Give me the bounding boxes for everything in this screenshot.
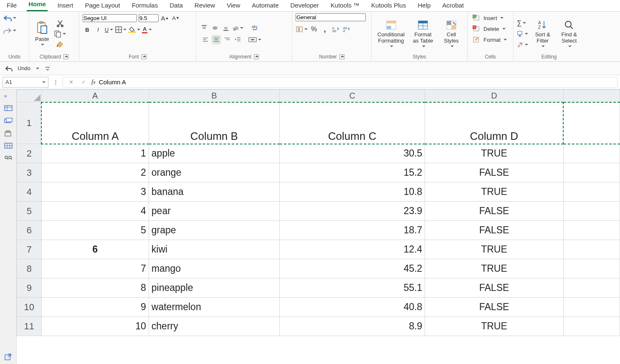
cell-1-D[interactable]: Column D: [425, 102, 563, 144]
row-header-9[interactable]: 9: [17, 278, 42, 298]
col-header-C[interactable]: C: [279, 90, 425, 102]
cell-4-C[interactable]: 10.8: [279, 182, 425, 202]
cell-9-A[interactable]: 8: [41, 278, 149, 298]
cell-11-next[interactable]: [563, 317, 620, 336]
cell-8-D[interactable]: TRUE: [425, 259, 563, 278]
tab-page-layout[interactable]: Page Layout: [83, 1, 121, 11]
cell-8-next[interactable]: [563, 259, 620, 278]
format-cells-button[interactable]: Format: [471, 35, 509, 44]
cell-7-A[interactable]: 6: [41, 240, 149, 259]
align-middle-button[interactable]: [210, 23, 220, 33]
fx-icon[interactable]: fx: [91, 78, 96, 86]
side-icon-1[interactable]: [4, 105, 13, 112]
cell-3-D[interactable]: FALSE: [425, 163, 563, 182]
cell-6-A[interactable]: 5: [41, 221, 149, 240]
borders-button[interactable]: [115, 25, 127, 34]
autosum-button[interactable]: ∑: [517, 18, 526, 28]
font-size-combo[interactable]: [139, 14, 159, 22]
bold-button[interactable]: B: [83, 25, 92, 34]
row-header-10[interactable]: 10: [17, 298, 42, 317]
tab-help[interactable]: Help: [416, 1, 432, 11]
sort-filter-button[interactable]: AZ Sort & Filter: [531, 19, 555, 49]
cell-1-C[interactable]: Column C: [279, 102, 425, 144]
cell-5-D[interactable]: FALSE: [425, 202, 563, 221]
cell-1-B[interactable]: Column B: [149, 102, 279, 144]
format-painter-button[interactable]: [56, 40, 65, 49]
decrease-font-button[interactable]: A▼: [171, 13, 180, 23]
tab-home[interactable]: Home: [27, 0, 48, 11]
cell-1-next[interactable]: [563, 102, 620, 144]
col-header-D[interactable]: D: [425, 90, 563, 102]
cell-11-D[interactable]: TRUE: [425, 317, 563, 336]
row-header-3[interactable]: 3: [17, 163, 42, 182]
cell-6-D[interactable]: FALSE: [425, 221, 563, 240]
cell-7-B[interactable]: kiwi: [149, 240, 279, 259]
align-center-button[interactable]: [212, 35, 221, 44]
cell-8-C[interactable]: 45.2: [279, 259, 425, 278]
formula-input[interactable]: [99, 78, 614, 86]
tab-formulas[interactable]: Formulas: [130, 1, 160, 11]
enter-formula-button[interactable]: ✓: [79, 78, 88, 87]
font-color-button[interactable]: A: [142, 25, 152, 34]
orientation-button[interactable]: ab: [232, 23, 243, 33]
align-left-button[interactable]: [201, 35, 210, 44]
cell-10-next[interactable]: [563, 298, 620, 317]
cell-5-B[interactable]: pear: [149, 202, 279, 221]
cell-10-C[interactable]: 40.8: [279, 298, 425, 317]
tab-developer[interactable]: Developer: [288, 1, 320, 11]
cell-11-A[interactable]: 10: [41, 317, 149, 336]
cell-4-B[interactable]: banana: [149, 182, 279, 202]
tab-insert[interactable]: Insert: [56, 1, 75, 11]
undo-button[interactable]: [3, 13, 16, 23]
tab-data[interactable]: Data: [168, 1, 185, 11]
font-name-combo[interactable]: [83, 14, 137, 22]
cell-styles-button[interactable]: Cell Styles: [439, 19, 464, 49]
cell-10-D[interactable]: FALSE: [425, 298, 563, 317]
cell-9-D[interactable]: FALSE: [425, 278, 563, 298]
select-all-corner[interactable]: [17, 90, 42, 102]
cell-10-A[interactable]: 9: [41, 298, 149, 317]
cell-3-next[interactable]: [563, 163, 620, 182]
tab-kutools-plus[interactable]: Kutools Plus: [369, 1, 407, 11]
cell-7-next[interactable]: [563, 240, 620, 259]
tab-kutools-[interactable]: Kutools ™: [329, 1, 361, 11]
cell-9-next[interactable]: [563, 278, 620, 298]
clear-button[interactable]: [517, 40, 528, 49]
cell-5-A[interactable]: 4: [41, 202, 149, 221]
increase-indent-button[interactable]: [233, 35, 243, 44]
number-launcher[interactable]: [339, 54, 344, 59]
cancel-formula-button[interactable]: ✕: [66, 78, 76, 87]
worksheet-grid[interactable]: ABCD1Column AColumn BColumn CColumn D21a…: [17, 89, 620, 364]
wrap-text-button[interactable]: ab: [251, 23, 260, 33]
cell-2-D[interactable]: TRUE: [425, 144, 563, 163]
cell-6-B[interactable]: grape: [149, 221, 279, 240]
row-header-2[interactable]: 2: [17, 144, 42, 163]
cell-2-next[interactable]: [563, 144, 620, 163]
side-icon-4[interactable]: [4, 143, 13, 149]
insert-cells-button[interactable]: Insert: [471, 13, 505, 23]
cell-8-B[interactable]: mango: [149, 259, 279, 278]
cell-11-C[interactable]: 8.9: [279, 317, 425, 336]
alignment-launcher[interactable]: [254, 54, 259, 59]
fill-button[interactable]: [517, 29, 528, 38]
row-header-5[interactable]: 5: [17, 202, 42, 221]
increase-decimal-button[interactable]: .0.00: [331, 25, 340, 34]
cell-1-A[interactable]: Column A: [41, 102, 149, 144]
decrease-decimal-button[interactable]: .00.0: [342, 25, 351, 34]
copy-button[interactable]: [54, 29, 66, 38]
font-launcher[interactable]: [142, 54, 147, 59]
cell-3-B[interactable]: orange: [149, 163, 279, 182]
cell-7-C[interactable]: 12.4: [279, 240, 425, 259]
increase-font-button[interactable]: A▲: [160, 13, 170, 23]
paste-button[interactable]: Paste: [33, 20, 51, 47]
italic-button[interactable]: I: [94, 25, 103, 34]
cell-2-C[interactable]: 30.5: [279, 144, 425, 163]
cell-3-A[interactable]: 2: [41, 163, 149, 182]
qat-undo-dropdown[interactable]: [35, 65, 39, 71]
side-icon-5[interactable]: [4, 155, 13, 162]
name-box-dropdown-icon[interactable]: [41, 79, 46, 85]
cell-4-D[interactable]: TRUE: [425, 182, 563, 202]
cell-4-next[interactable]: [563, 182, 620, 202]
row-header-7[interactable]: 7: [17, 240, 42, 259]
cell-10-B[interactable]: watermelon: [149, 298, 279, 317]
